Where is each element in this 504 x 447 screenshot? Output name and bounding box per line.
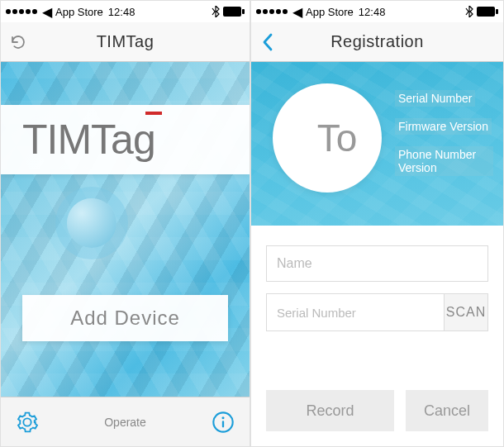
app-title-banner: TIMTag xyxy=(1,105,250,174)
bluetooth-icon xyxy=(212,6,220,17)
signal-icon xyxy=(6,9,37,14)
svg-rect-5 xyxy=(477,7,495,17)
gear-icon[interactable] xyxy=(16,411,39,434)
status-time: 12:48 xyxy=(108,6,136,18)
name-field[interactable] xyxy=(266,245,488,282)
svg-rect-0 xyxy=(223,7,241,17)
device-list-screen: ◀ App Store 12:48 TIMTag TIMTag xyxy=(0,0,250,447)
device-header: To Serial Number Firmware Version Phone … xyxy=(251,62,503,226)
status-bar: ◀ App Store 12:48 xyxy=(1,1,250,22)
accent-dash-icon xyxy=(145,112,162,115)
nav-title: TIMTag xyxy=(97,32,155,51)
record-button[interactable]: Record xyxy=(266,390,394,431)
status-bar: ◀ App Store 12:48 xyxy=(251,1,503,22)
cancel-button[interactable]: Cancel xyxy=(406,390,488,431)
info-icon[interactable] xyxy=(212,411,235,434)
phone-number-version-label: Phone Number Version xyxy=(395,146,493,176)
svg-rect-4 xyxy=(222,421,224,427)
signal-icon xyxy=(256,9,288,14)
status-time: 12:48 xyxy=(359,6,386,18)
nav-bar: Registration xyxy=(251,22,503,62)
bottom-actions: Record Cancel xyxy=(266,390,488,431)
registration-form: SCAN xyxy=(251,226,503,331)
svg-point-3 xyxy=(221,416,224,419)
status-carrier[interactable]: App Store xyxy=(306,6,354,18)
registration-screen: ◀ App Store 12:48 Registration To xyxy=(250,0,504,447)
operate-label[interactable]: Operate xyxy=(104,416,146,429)
bottom-toolbar: Operate xyxy=(1,397,250,446)
serial-number-field[interactable] xyxy=(267,294,444,330)
battery-icon xyxy=(477,7,498,17)
svg-rect-1 xyxy=(242,9,245,14)
add-device-button[interactable]: Add Device xyxy=(22,295,228,341)
nav-bar: TIMTag xyxy=(1,22,250,62)
back-button[interactable] xyxy=(261,32,274,52)
nav-title: Registration xyxy=(330,32,424,51)
back-to-appstore-icon[interactable]: ◀ xyxy=(292,4,302,20)
firmware-version-label: Firmware Version xyxy=(395,118,492,135)
serial-number-label: Serial Number xyxy=(395,90,475,107)
refresh-icon[interactable] xyxy=(9,33,27,51)
status-carrier[interactable]: App Store xyxy=(55,6,103,18)
app-title: TIMTag xyxy=(22,116,155,164)
svg-rect-6 xyxy=(496,9,498,14)
bluetooth-icon xyxy=(465,6,473,17)
avatar-placeholder: To xyxy=(317,116,358,160)
scan-button[interactable]: SCAN xyxy=(444,294,487,330)
device-info: Serial Number Firmware Version Phone Num… xyxy=(395,90,493,176)
back-to-appstore-icon[interactable]: ◀ xyxy=(42,4,52,20)
serial-row: SCAN xyxy=(266,293,488,331)
avatar[interactable]: To xyxy=(273,83,382,193)
battery-icon xyxy=(223,7,245,17)
